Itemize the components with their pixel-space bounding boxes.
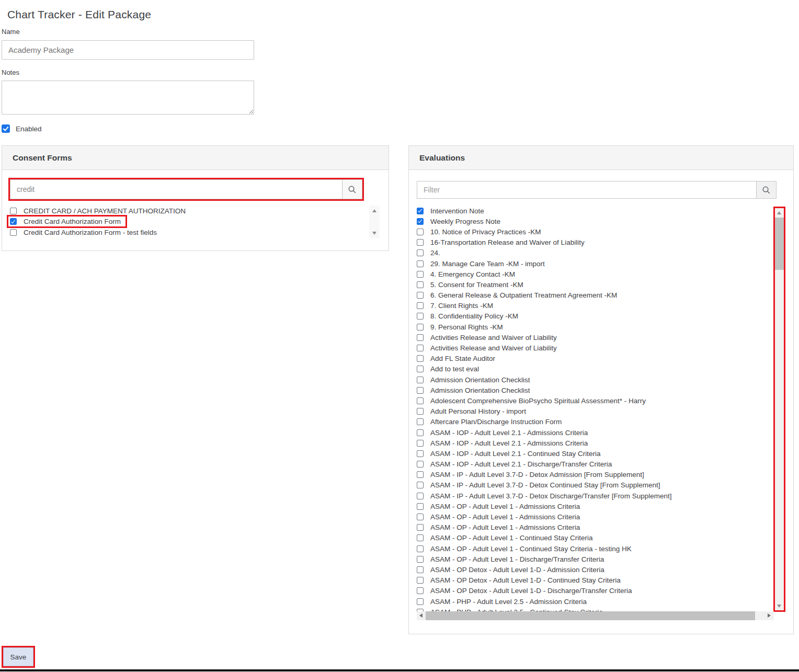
evaluation-row[interactable]: 6. General Release & Outpatient Treatmen…: [417, 290, 772, 301]
evaluations-filter-button[interactable]: [757, 181, 777, 199]
checkbox[interactable]: [10, 208, 17, 214]
evaluation-row[interactable]: ASAM - OP - Adult Level 1 - Continued St…: [417, 533, 772, 543]
evaluation-row[interactable]: ASAM - OP Detox - Adult Level 1-D - Disc…: [417, 586, 772, 596]
save-button[interactable]: Save: [3, 647, 33, 666]
evaluation-row[interactable]: Activities Release and Waiver of Liabili…: [417, 332, 772, 343]
checkbox[interactable]: [417, 577, 424, 584]
checkbox[interactable]: [417, 450, 424, 457]
checkbox[interactable]: [417, 271, 424, 278]
evaluation-row[interactable]: Add FL State Auditor: [417, 354, 772, 364]
evaluation-row[interactable]: 9. Personal Rights -KM: [417, 322, 772, 332]
evaluation-row[interactable]: Admission Orientation Checklist: [417, 385, 772, 395]
evaluation-row[interactable]: ASAM - IP - Adult Level 3.7-D - Detox Co…: [417, 480, 772, 491]
consent-form-row[interactable]: Credit Card Authorization Form: [10, 217, 360, 227]
scrollbar-thumb[interactable]: [426, 611, 755, 620]
evaluation-row[interactable]: 8. Confidentiality Policy -KM: [417, 311, 772, 322]
checkbox[interactable]: [417, 397, 424, 404]
evaluation-row[interactable]: ASAM - IOP - Adult Level 2.1 - Admission…: [417, 427, 772, 438]
evaluations-vertical-scrollbar[interactable]: [775, 208, 784, 610]
evaluation-row[interactable]: Activities Release and Waiver of Liabili…: [417, 343, 772, 353]
evaluation-row[interactable]: Intervention Note: [417, 206, 772, 216]
checkbox[interactable]: [417, 229, 424, 235]
checkbox[interactable]: [417, 503, 424, 510]
enabled-row[interactable]: Enabled: [2, 124, 42, 133]
evaluation-row[interactable]: ASAM - IOP - Adult Level 2.1 - Discharge…: [417, 459, 772, 470]
evaluation-row[interactable]: ASAM - PHP - Adult Level 2.5 - Admission…: [417, 596, 772, 607]
name-input[interactable]: [2, 40, 254, 60]
checkbox[interactable]: [417, 514, 424, 520]
checkbox[interactable]: [417, 524, 424, 531]
evaluation-row[interactable]: Aftercare Plan/Discharge Instruction For…: [417, 417, 772, 427]
evaluation-row[interactable]: ASAM - IP - Adult Level 3.7-D - Detox Di…: [417, 491, 772, 501]
checkbox[interactable]: [417, 260, 424, 267]
evaluation-row[interactable]: ASAM - OP - Adult Level 1 - Continued St…: [417, 543, 772, 554]
checkbox[interactable]: [10, 218, 17, 225]
evaluation-row[interactable]: 29. Manage Care Team -KM - import: [417, 258, 772, 269]
checkbox[interactable]: [417, 408, 424, 415]
evaluation-row[interactable]: ASAM - OP - Adult Level 1 - Admissions C…: [417, 501, 772, 511]
checkbox[interactable]: [417, 324, 424, 331]
checkbox[interactable]: [417, 471, 424, 478]
evaluation-row[interactable]: 16-Transportation Release and Waiver of …: [417, 237, 772, 248]
checkbox[interactable]: [417, 239, 424, 246]
checkbox[interactable]: [417, 292, 424, 299]
checkbox[interactable]: [417, 429, 424, 436]
consent-search-input[interactable]: [10, 179, 343, 199]
evaluation-row[interactable]: ASAM - OP Detox - Adult Level 1-D - Cont…: [417, 575, 772, 586]
evaluation-row[interactable]: ASAM - IOP - Adult Level 2.1 - Continued…: [417, 448, 772, 459]
evaluations-horizontal-scrollbar[interactable]: [417, 611, 774, 620]
checkbox[interactable]: [417, 587, 424, 594]
checkbox[interactable]: [417, 334, 424, 341]
checkbox[interactable]: [417, 493, 424, 499]
checkbox[interactable]: [417, 366, 424, 372]
evaluation-row[interactable]: Weekly Progress Note: [417, 216, 772, 226]
checkbox[interactable]: [417, 208, 424, 214]
evaluation-row[interactable]: ASAM - OP - Adult Level 1 - Discharge/Tr…: [417, 554, 772, 564]
checkbox[interactable]: [417, 556, 424, 563]
evaluation-row[interactable]: 24.: [417, 248, 772, 258]
scroll-down-icon[interactable]: [372, 232, 376, 235]
checkbox[interactable]: [417, 545, 424, 552]
checkbox[interactable]: [417, 387, 424, 394]
checkbox[interactable]: [417, 281, 424, 288]
enabled-checkbox[interactable]: [2, 124, 10, 133]
checkbox[interactable]: [417, 302, 424, 309]
evaluation-row[interactable]: Add to test eval: [417, 364, 772, 374]
evaluation-row[interactable]: Adolescent Comprehensive BioPsycho Spiri…: [417, 395, 772, 406]
checkbox[interactable]: [417, 566, 424, 573]
checkbox[interactable]: [417, 461, 424, 468]
checkbox[interactable]: [417, 313, 424, 320]
evaluation-row[interactable]: ASAM - IOP - Adult Level 2.1 - Admission…: [417, 438, 772, 448]
scroll-down-icon[interactable]: [777, 605, 781, 608]
checkbox[interactable]: [417, 218, 424, 225]
scroll-up-icon[interactable]: [372, 209, 376, 212]
scroll-left-icon[interactable]: [419, 613, 423, 618]
scrollbar-thumb[interactable]: [775, 218, 784, 270]
evaluation-row[interactable]: 4. Emergency Contact -KM: [417, 269, 772, 279]
checkbox[interactable]: [417, 249, 424, 256]
checkbox[interactable]: [417, 482, 424, 488]
evaluation-row[interactable]: ASAM - IP - Adult Level 3.7-D - Detox Ad…: [417, 470, 772, 480]
evaluation-row[interactable]: 5. Consent for Treatment -KM: [417, 279, 772, 290]
evaluation-row[interactable]: 10. Notice of Privacy Practices -KM: [417, 226, 772, 237]
evaluation-row[interactable]: ASAM - OP - Adult Level 1 - Admissions C…: [417, 511, 772, 522]
evaluation-row[interactable]: Adult Personal History - import: [417, 406, 772, 417]
consent-search-button[interactable]: [343, 179, 362, 199]
evaluation-row[interactable]: ASAM - OP Detox - Adult Level 1-D - Admi…: [417, 564, 772, 575]
consent-form-row[interactable]: CREDIT CARD / ACH PAYMENT AUTHORIZATION: [10, 206, 360, 217]
evaluation-row[interactable]: 7. Client Rights -KM: [417, 301, 772, 311]
evaluations-filter-input[interactable]: [417, 181, 757, 199]
evaluation-row[interactable]: Admission Orientation Checklist: [417, 374, 772, 385]
checkbox[interactable]: [417, 598, 424, 605]
checkbox[interactable]: [417, 345, 424, 351]
checkbox[interactable]: [10, 229, 17, 236]
scroll-up-icon[interactable]: [777, 211, 781, 214]
consent-list-scrollbar[interactable]: [369, 206, 380, 238]
checkbox[interactable]: [417, 418, 424, 425]
scroll-right-icon[interactable]: [768, 613, 771, 618]
evaluation-row[interactable]: ASAM - OP - Adult Level 1 - Admissions C…: [417, 522, 772, 533]
consent-form-row[interactable]: Credit Card Authorization Form - test fi…: [10, 227, 360, 238]
checkbox[interactable]: [417, 355, 424, 362]
notes-textarea[interactable]: [2, 81, 254, 115]
checkbox[interactable]: [417, 377, 424, 383]
